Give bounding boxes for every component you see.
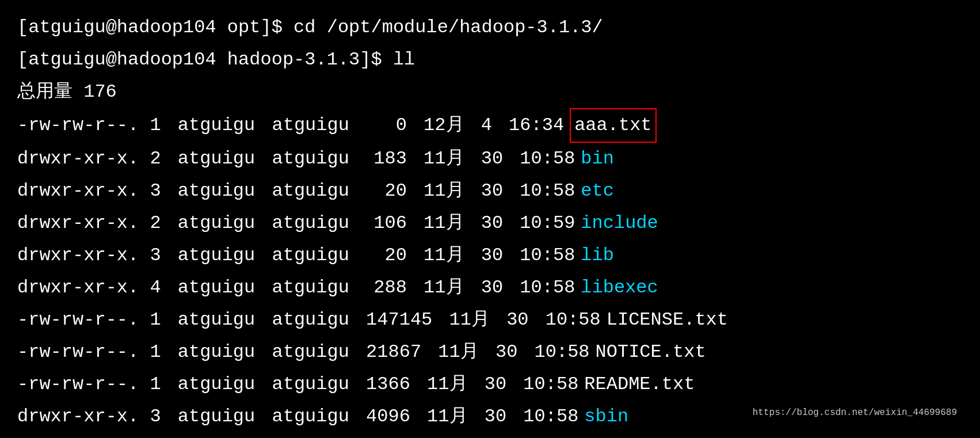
file-row-3: drwxr-xr-x. 2 atguigu atguigu 106 11月 30… [17, 207, 963, 239]
file-day-7: 30 [485, 336, 518, 368]
file-size-8: 1366 [355, 368, 410, 401]
file-name-3: include [581, 207, 658, 239]
file-time-9: 10:58 [512, 401, 578, 433]
file-perms-3: drwxr-xr-x. [17, 207, 139, 239]
prompt-text-2: [atguigu@hadoop104 hadoop-3.1.3]$ ll [17, 44, 415, 76]
file-name-9: sbin [584, 401, 628, 433]
file-owner-3: atguigu [167, 207, 256, 239]
file-group-0: atguigu [261, 109, 349, 142]
file-links-2: 3 [139, 175, 161, 207]
file-name-6: LICENSE.txt [607, 304, 728, 336]
file-month-3: 11月 [413, 207, 464, 239]
file-month-4: 11月 [413, 239, 464, 272]
file-row-7: -rw-rw-r--. 1 atguigu atguigu 21867 11月 … [17, 336, 963, 368]
file-size-5: 288 [355, 272, 407, 304]
file-month-6: 11月 [438, 304, 490, 336]
file-group-10: atguigu [261, 433, 349, 438]
file-row-6: -rw-rw-r--. 1 atguigu atguigu 147145 11月… [17, 304, 963, 336]
prompt-line-2: [atguigu@hadoop104 hadoop-3.1.3]$ ll [17, 44, 963, 76]
file-day-5: 30 [470, 272, 504, 304]
file-perms-7: -rw-rw-r--. [17, 336, 139, 368]
file-owner-0: atguigu [167, 109, 256, 142]
file-day-4: 30 [470, 239, 504, 272]
file-row-8: -rw-rw-r--. 1 atguigu atguigu 1366 11月 3… [17, 368, 963, 401]
file-day-2: 30 [470, 175, 504, 207]
file-group-2: atguigu [261, 175, 349, 207]
file-month-7: 11月 [427, 336, 479, 368]
file-time-1: 10:58 [509, 143, 575, 175]
file-links-10: 4 [139, 433, 161, 438]
file-size-0: 0 [355, 109, 407, 142]
file-owner-6: atguigu [167, 304, 256, 336]
file-row-10: drwxr-xr-x. 4 atguigu atguigu 31 11月 30 … [17, 433, 963, 438]
file-row-2: drwxr-xr-x. 3 atguigu atguigu 20 11月 30 … [17, 175, 963, 207]
file-size-10: 31 [355, 433, 407, 438]
file-perms-4: drwxr-xr-x. [17, 239, 139, 272]
file-group-3: atguigu [261, 207, 349, 239]
file-perms-5: drwxr-xr-x. [17, 272, 139, 304]
file-links-6: 1 [139, 304, 161, 336]
file-group-1: atguigu [261, 143, 349, 175]
file-perms-8: -rw-rw-r--. [17, 368, 139, 401]
file-month-10: 11月 [413, 433, 464, 438]
file-group-9: atguigu [261, 401, 349, 433]
file-day-9: 30 [474, 401, 507, 433]
file-links-5: 4 [139, 272, 161, 304]
file-size-6: 147145 [355, 304, 432, 336]
file-links-3: 2 [139, 207, 161, 239]
file-month-1: 11月 [413, 143, 464, 175]
file-name-10: share [581, 433, 636, 438]
total-line: 总用量 176 [17, 76, 963, 108]
prompt-line-1: [atguigu@hadoop104 opt]$ cd /opt/module/… [17, 12, 963, 44]
file-perms-1: drwxr-xr-x. [17, 143, 139, 175]
file-month-5: 11月 [413, 272, 464, 304]
file-time-10: 10:58 [509, 433, 575, 438]
file-time-8: 10:58 [512, 368, 578, 401]
file-name-8: README.txt [584, 368, 695, 401]
file-month-0: 12月 [413, 109, 464, 142]
total-text: 总用量 176 [17, 76, 117, 108]
file-size-9: 4096 [355, 401, 410, 433]
file-time-3: 10:59 [509, 207, 575, 239]
file-size-7: 21867 [355, 336, 421, 368]
file-day-8: 30 [474, 368, 507, 401]
file-time-5: 10:58 [509, 272, 575, 304]
file-row-4: drwxr-xr-x. 3 atguigu atguigu 20 11月 30 … [17, 239, 963, 272]
file-row-5: drwxr-xr-x. 4 atguigu atguigu 288 11月 30… [17, 272, 963, 304]
file-name-5: libexec [581, 272, 658, 304]
file-time-0: 16:34 [498, 109, 564, 142]
file-links-8: 1 [139, 368, 161, 401]
file-time-7: 10:58 [523, 336, 589, 368]
file-month-2: 11月 [413, 175, 464, 207]
file-day-3: 30 [470, 207, 504, 239]
file-month-8: 11月 [416, 368, 468, 401]
file-name-0: aaa.txt [570, 108, 656, 143]
file-owner-2: atguigu [167, 175, 256, 207]
file-row-1: drwxr-xr-x. 2 atguigu atguigu 183 11月 30… [17, 143, 963, 175]
file-group-5: atguigu [261, 272, 349, 304]
file-time-6: 10:58 [535, 304, 601, 336]
file-group-8: atguigu [261, 368, 349, 401]
file-size-2: 20 [355, 175, 407, 207]
file-list: -rw-rw-r--. 1 atguigu atguigu 0 12月 4 16… [17, 108, 963, 438]
file-group-7: atguigu [261, 336, 349, 368]
file-links-1: 2 [139, 143, 161, 175]
file-links-9: 3 [139, 401, 161, 433]
file-perms-0: -rw-rw-r--. [17, 109, 139, 142]
file-links-0: 1 [139, 109, 161, 142]
file-name-7: NOTICE.txt [596, 336, 706, 368]
file-size-3: 106 [355, 207, 407, 239]
file-owner-1: atguigu [167, 143, 256, 175]
file-perms-2: drwxr-xr-x. [17, 175, 139, 207]
terminal: [atguigu@hadoop104 opt]$ cd /opt/module/… [17, 12, 963, 426]
file-owner-7: atguigu [167, 336, 256, 368]
file-perms-9: drwxr-xr-x. [17, 401, 139, 433]
file-owner-10: atguigu [167, 433, 256, 438]
prompt-text-1: [atguigu@hadoop104 opt]$ cd /opt/module/… [17, 12, 603, 44]
file-time-2: 10:58 [509, 175, 575, 207]
file-owner-4: atguigu [167, 239, 256, 272]
file-links-7: 1 [139, 336, 161, 368]
file-row-0: -rw-rw-r--. 1 atguigu atguigu 0 12月 4 16… [17, 108, 963, 143]
file-day-0: 4 [470, 109, 492, 142]
file-name-1: bin [581, 143, 614, 175]
